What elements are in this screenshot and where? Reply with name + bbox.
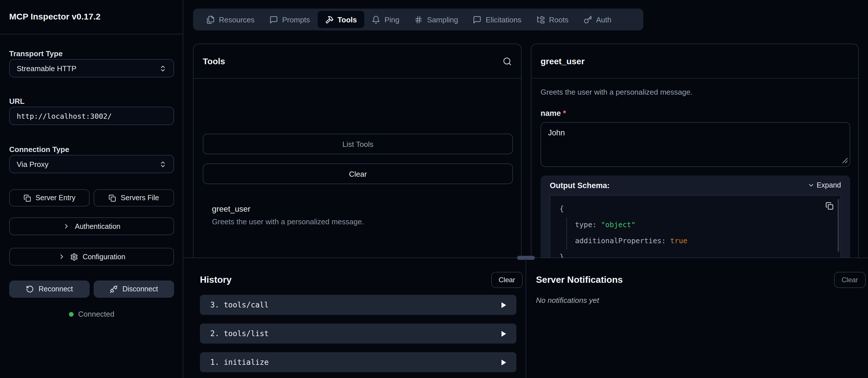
code-close-brace: } [560,252,564,258]
tool-name: greet_user [212,204,364,213]
tab-elicitations[interactable]: Elicitations [466,11,529,28]
tools-panel-header: Tools [194,44,521,78]
code-props-line: additionalProperties: true [575,236,687,245]
code-key: type: [575,220,601,229]
authentication-toggle[interactable]: Authentication [9,217,174,235]
disconnect-label: Disconnect [122,285,158,293]
clear-notifications-button[interactable]: Clear [834,272,865,288]
search-icon[interactable] [503,57,512,66]
textarea-resize-grip[interactable] [842,158,848,164]
chevron-right-icon [63,222,70,230]
required-asterisk: * [563,109,566,117]
app-title: MCP Inspector v0.17.2 [9,11,100,21]
tab-prompts[interactable]: Prompts [262,11,317,28]
url-label: URL [9,97,24,106]
sidebar-header-divider [0,34,183,34]
tool-detail-panel: greet_user Greets the user with a person… [531,44,859,258]
transport-type-label: Transport Type [9,49,63,58]
configuration-toggle[interactable]: Configuration [9,248,174,266]
history-entry-label: 3. tools/call [210,301,269,309]
code-type-line: type: "object" [575,220,636,229]
connection-type-value: Via Proxy [17,160,159,168]
folder-tree-icon [536,15,545,24]
expand-label: Expand [816,181,841,189]
rotate-ccw-icon [26,285,34,293]
history-entry-initialize[interactable]: 1. initialize [200,352,517,372]
tab-label: Auth [596,15,612,24]
output-schema-header: Output Schema: Expand [540,175,850,195]
transport-type-select[interactable]: Streamable HTTP [9,59,174,77]
chevrons-up-down-icon [159,65,166,72]
copy-icon [826,202,834,210]
history-entry-tools-list[interactable]: 2. tools/list [200,323,517,344]
tab-auth[interactable]: Auth [576,11,619,28]
hammer-icon [325,15,334,24]
connection-status: Connected [0,310,183,318]
hash-icon [414,15,423,24]
disconnect-button[interactable]: Disconnect [94,280,174,298]
reconnect-label: Reconnect [38,285,73,293]
tab-label: Resources [219,15,254,24]
url-input[interactable]: http://localhost:3002/ [9,107,174,125]
tool-list-item-greet-user[interactable]: greet_user Greets the user with a person… [212,204,364,226]
expand-arrow-icon [501,331,506,336]
tab-label: Sampling [427,15,458,24]
chevrons-up-down-icon [159,160,166,168]
server-entry-label: Server Entry [36,194,75,202]
tab-label: Prompts [282,15,310,24]
servers-file-label: Servers File [121,194,159,202]
connection-type-select[interactable]: Via Proxy [9,155,174,173]
connection-status-text: Connected [78,310,114,318]
key-icon [583,15,592,24]
authentication-label: Authentication [75,222,120,230]
transport-type-value: Streamable HTTP [17,64,159,73]
files-icon [206,15,215,24]
bell-icon [372,15,380,24]
tab-tools[interactable]: Tools [317,11,364,28]
output-schema-code-block[interactable]: { type: "object" additionalProperties: t… [550,195,841,258]
history-entry-tools-call[interactable]: 3. tools/call [200,295,517,315]
message-square-icon [473,15,482,24]
no-notifications-message: No notifications yet [536,296,599,305]
history-entry-label: 2. tools/list [210,329,269,338]
code-key: additionalProperties: [575,236,670,245]
tab-resources[interactable]: Resources [199,11,262,28]
clear-history-button[interactable]: Clear [491,272,523,288]
history-title: History [200,275,231,285]
expand-schema-button[interactable]: Expand [807,181,841,189]
copy-icon [24,194,31,202]
reconnect-button[interactable]: Reconnect [9,280,90,298]
tools-panel-title: Tools [203,56,225,66]
connected-dot-icon [69,312,73,316]
name-label-text: name [540,109,561,117]
list-tools-button[interactable]: List Tools [203,134,513,154]
tab-label: Elicitations [486,15,521,24]
copy-schema-button[interactable] [826,201,834,210]
bottom-panels-divider [526,258,526,378]
connection-type-label: Connection Type [9,145,69,154]
servers-file-button[interactable]: Servers File [94,189,174,206]
gear-icon [70,253,78,261]
code-scrollbar[interactable] [838,199,839,252]
tab-roots[interactable]: Roots [529,11,576,28]
clear-tools-button[interactable]: Clear [203,164,513,184]
tool-detail-description: Greets the user with a personalized mess… [540,88,692,96]
message-square-icon [270,15,278,24]
unplug-icon [110,285,118,293]
tab-label: Roots [549,15,568,24]
code-indent-guide [566,217,567,249]
tab-ping[interactable]: Ping [365,11,407,28]
tab-sampling[interactable]: Sampling [407,11,466,28]
main-tab-bar: Resources Prompts Tools Ping Sampling El… [193,9,643,30]
tab-label: Ping [384,15,400,24]
code-boolean-value: true [670,236,687,245]
tool-detail-header: greet_user [531,44,858,78]
expand-arrow-icon [501,302,506,308]
sidebar: MCP Inspector v0.17.2 Transport Type Str… [0,0,183,378]
name-field-input[interactable]: John [540,122,850,167]
name-field-label: name * [540,109,566,117]
chevron-right-icon [58,253,65,261]
expand-arrow-icon [501,359,506,365]
server-entry-button[interactable]: Server Entry [9,189,90,206]
tool-description: Greets the user with a personalized mess… [212,217,364,226]
